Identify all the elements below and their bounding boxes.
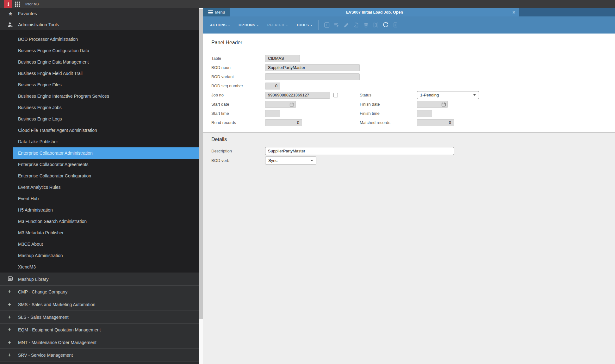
sidebar-item-label: Enterprise Collaborator Configuration [18, 173, 91, 178]
sidebar-item-favorites[interactable]: ★ Favorites [0, 8, 199, 19]
toolbar-menu-label: OPTIONS [239, 23, 255, 27]
sidebar-item-administration-tools[interactable]: Administration Tools [0, 19, 199, 30]
toolbar-menu[interactable]: RELATED [267, 23, 288, 27]
sidebar-item-label: Cloud File Transfer Agent Administration [18, 128, 97, 133]
sidebar-item-label: H5 Administration [18, 207, 53, 213]
window-title: EVS007 Initial Load Job. Open [346, 10, 403, 15]
display-icon[interactable] [373, 22, 379, 28]
sidebar-section-row[interactable]: + EQM - Equipment Quotation Management [0, 323, 199, 336]
edit-icon[interactable] [343, 22, 350, 28]
sidebar-item[interactable]: Enterprise Collaborator Agreements [13, 159, 199, 170]
infor-logo-icon[interactable]: i [4, 0, 12, 8]
window-icon [7, 276, 13, 282]
sidebar-item[interactable]: Data Lake Publisher [13, 136, 199, 147]
sidebar-item[interactable]: M3CE About [13, 238, 199, 250]
sidebar-item[interactable]: Event Hub [13, 193, 199, 204]
sidebar-section-row[interactable]: + SLS - Sales Management [0, 311, 199, 323]
sidebar-item-label: BOD Processor Administration [18, 37, 78, 42]
field-label: Start time [211, 111, 265, 116]
field-label: Finish date [360, 102, 417, 107]
field-row-table: Table [203, 54, 615, 63]
sidebar-item[interactable]: Cloud File Transfer Agent Administration [13, 125, 199, 136]
sidebar-item[interactable]: Event Analytics Rules [13, 182, 199, 193]
star-icon: ★ [5, 10, 16, 17]
table-input [265, 55, 300, 62]
toolbar-menu[interactable]: OPTIONS [239, 23, 258, 27]
top-app-bar: i Infor M3 [0, 0, 615, 8]
refresh-icon[interactable] [382, 22, 389, 28]
notes-icon[interactable] [392, 22, 399, 28]
toolbar: ACTIONS OPTIONS RELATED TOOLS [203, 16, 615, 34]
toolbar-menu[interactable]: ACTIONS [210, 23, 230, 27]
sidebar-item[interactable]: Mashup Administration [13, 250, 199, 261]
sidebar-item-label: M3CE About [18, 242, 43, 247]
field-row-description: Description [203, 146, 615, 156]
matched-records-input [417, 119, 454, 126]
toolbar-icon-group [324, 22, 399, 28]
sidebar-item[interactable]: Enterprise Collaborator Configuration [13, 170, 199, 182]
sidebar-section-label: SLS - Sales Management [18, 315, 69, 320]
sidebar-item-label: Enterprise Collaborator Agreements [18, 162, 89, 167]
field-row-job-no: Job no Status 1-Pending [203, 90, 615, 100]
finish-time-input [417, 110, 432, 117]
sidebar-section-label: SRV - Service Management [18, 353, 73, 358]
sidebar-item-label: Event Analytics Rules [18, 185, 61, 190]
sidebar-section-row[interactable]: + MNT - Maintenance Order Management [0, 336, 199, 349]
menu-button[interactable]: Menu [203, 8, 230, 16]
sidebar-item[interactable]: H5 Administration [13, 204, 199, 216]
sidebar-item[interactable]: BOD Processor Administration [13, 34, 199, 45]
toolbar-menu[interactable]: TOOLS [296, 23, 313, 27]
sidebar-item-label: Business Engine Jobs [18, 105, 62, 110]
chevron-down-icon [228, 25, 230, 26]
sidebar-section-row[interactable]: + Mashup Library [0, 273, 199, 285]
field-row-times: Start time Finish time [203, 109, 615, 118]
chevron-down-icon [310, 25, 312, 26]
main-panel: Menu EVS007 Initial Load Job. Open ✕ ACT… [203, 8, 615, 364]
bod-variant-input [265, 73, 360, 80]
sidebar-item[interactable]: Business Engine Field Audit Trail [13, 68, 199, 79]
window-tab[interactable]: EVS007 Initial Load Job. Open ✕ [230, 8, 519, 16]
scrollbar-thumb[interactable] [199, 9, 203, 319]
close-icon[interactable]: ✕ [512, 8, 516, 16]
description-input[interactable] [265, 147, 454, 155]
toolbar-menu-label: TOOLS [296, 23, 309, 27]
bod-verb-select-value: Sync [268, 158, 277, 163]
toolbar-menu-label: ACTIONS [210, 23, 227, 27]
sidebar-item[interactable]: Business Engine Logs [13, 113, 199, 125]
app-launcher-grid-icon[interactable] [15, 2, 20, 7]
sidebar-item[interactable]: Business Engine Configuration Data [13, 45, 199, 56]
sidebar-item[interactable]: Business Engine Jobs [13, 102, 199, 113]
sidebar-item[interactable]: Business Engine Interactive Program Serv… [13, 90, 199, 102]
field-label: Finish time [360, 111, 417, 116]
plus-icon: + [6, 289, 13, 295]
bod-verb-select[interactable]: Sync [265, 157, 316, 164]
sidebar-item[interactable]: Business Engine Files [13, 79, 199, 90]
sidebar-scrollbar[interactable] [199, 8, 203, 364]
job-no-checkbox[interactable] [333, 93, 338, 97]
sidebar-item-label: Mashup Administration [18, 253, 63, 258]
sidebar-item[interactable]: Business Engine Data Management [13, 56, 199, 68]
panel-header-section: Panel Header Table BOD noun BOD variant [203, 34, 615, 132]
toolbar-menus: ACTIONS OPTIONS RELATED TOOLS [210, 23, 312, 27]
job-no-input [265, 92, 330, 99]
select-rows-icon[interactable] [333, 22, 340, 28]
sidebar-item[interactable]: XtendM3 [13, 261, 199, 273]
status-select[interactable]: 1-Pending [417, 91, 479, 99]
sidebar-section-label: MNT - Maintenance Order Management [18, 340, 96, 345]
create-icon[interactable] [324, 22, 330, 28]
bod-noun-input [265, 64, 360, 71]
admin-tools-icon [5, 22, 16, 28]
sidebar-item[interactable]: M3 Metadata Publisher [13, 227, 199, 238]
sidebar-item[interactable]: M3 Function Search Administration [13, 216, 199, 227]
field-label: Matched records [360, 120, 417, 125]
sidebar-section-row[interactable]: + SRV - Service Management [0, 349, 199, 361]
sidebar-section-row[interactable]: + CMP - Change Company [0, 285, 199, 298]
sidebar-section-label: EQM - Equipment Quotation Management [18, 327, 101, 332]
copy-icon[interactable] [353, 22, 359, 28]
delete-icon[interactable] [363, 22, 369, 28]
sidebar-item[interactable]: Enterprise Collaborator Administration [13, 147, 199, 159]
sidebar-section-row[interactable]: + SMS - Sales and Marketing Automation [0, 298, 199, 311]
panel-header-title: Panel Header [211, 40, 615, 46]
field-row-bod-seq-number: BOD seq number [203, 81, 615, 90]
plus-icon: + [6, 302, 13, 307]
